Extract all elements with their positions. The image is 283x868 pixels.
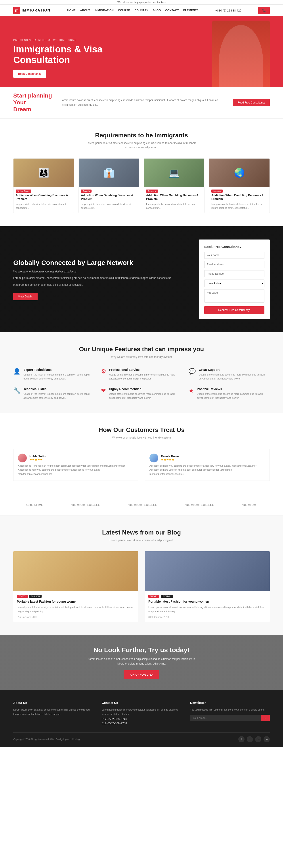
blog-grid: TRAVELFASHION Portable latest Fashion fo… bbox=[13, 551, 270, 622]
feature-text: Usage of the Internet is becoming more c… bbox=[197, 392, 270, 400]
feature-title: Technical Skills bbox=[24, 387, 94, 391]
card-body: Addiction When Gambling Becomes A Proble… bbox=[13, 193, 74, 213]
feature-icon: ⚙ bbox=[101, 368, 106, 375]
partner-logo: premium labels bbox=[126, 503, 157, 507]
feature-icon: 👤 bbox=[13, 368, 20, 375]
form-email-input[interactable] bbox=[204, 261, 264, 268]
footer-newsletter-title: Newsletter bbox=[190, 701, 270, 705]
footer-grid: About Us Lorem ipsum dolor sit amet, con… bbox=[13, 701, 270, 726]
hero-cta-button[interactable]: Book Consultancy bbox=[13, 70, 46, 78]
blog-section: Latest News from our Blog Lorem ipsum do… bbox=[0, 516, 283, 636]
features-grid: 👤 Expert Technicians Usage of the Intern… bbox=[13, 368, 270, 400]
nav-link-home[interactable]: HOME bbox=[67, 9, 75, 12]
feature-title: Professional Service bbox=[109, 368, 182, 372]
social-icon-f[interactable]: f bbox=[238, 736, 245, 742]
partners-row: CREATIVEPremium Labelspremium labelsPREM… bbox=[13, 503, 270, 507]
card-badge: United States bbox=[16, 189, 31, 193]
testimonial-name: Fannie Rowe bbox=[161, 455, 179, 458]
card-image: 💻 bbox=[144, 159, 204, 187]
cta-content: No Look Further, Try us today! Lorem ips… bbox=[86, 646, 197, 679]
footer-subscribe-button[interactable]: → bbox=[261, 715, 270, 721]
form-submit-button[interactable]: Request Free Consultancy! bbox=[204, 306, 264, 314]
feature-item: 💬 Great Support Usage of the Internet is… bbox=[189, 368, 270, 381]
form-message-textarea[interactable] bbox=[204, 289, 264, 303]
testimonial-stars: ★★★★★ bbox=[161, 458, 179, 461]
feature-item: ★ Positive Reviews Usage of the Internet… bbox=[189, 387, 270, 400]
form-visa-select[interactable]: Select Visa Tourist Visa Student Visa Wo… bbox=[204, 280, 264, 287]
testimonial-avatar bbox=[18, 454, 27, 462]
feature-title: Great Support bbox=[199, 368, 270, 372]
blog-post-date: 31st January, 2018 bbox=[17, 616, 135, 618]
network-title: Globally Connected by Large Network bbox=[13, 258, 190, 267]
blog-image bbox=[13, 551, 138, 591]
card-image: 👔 bbox=[79, 159, 139, 187]
nav-link-immigration[interactable]: IMMIGRATION bbox=[95, 9, 114, 12]
hero-title: Immigrations & Visa Consultation bbox=[13, 44, 106, 65]
cta-button[interactable]: APPLY FOR VISA bbox=[124, 670, 160, 679]
planning-cta-button[interactable]: Read Free Consultancy bbox=[233, 99, 270, 106]
header-phone-button[interactable]: 📞 bbox=[258, 7, 270, 14]
footer-email-input[interactable] bbox=[190, 715, 261, 721]
nav-link-blog[interactable]: BLOG bbox=[153, 9, 161, 12]
footer-about-text: Lorem ipsum dolor sit amet, consectetur … bbox=[13, 708, 93, 716]
nav-link-course[interactable]: COURSE bbox=[118, 9, 130, 12]
nav-link-contact[interactable]: CONTACT bbox=[165, 9, 179, 12]
nav-link-country[interactable]: COUNTRY bbox=[134, 9, 148, 12]
requirements-cards: 👨‍👩‍👧 United States Addiction When Gambl… bbox=[13, 158, 270, 213]
feature-text: Usage of the Internet is becoming more c… bbox=[109, 392, 182, 400]
requirements-title: Requirements to be Immigrants bbox=[13, 132, 270, 139]
network-text1: Lorem ipsum dolor sit amet, consectetur … bbox=[13, 276, 190, 281]
features-title: Our Unique Features that can impress you bbox=[13, 346, 270, 353]
planning-tagline: Start planningYourDream bbox=[13, 92, 52, 113]
blog-image bbox=[145, 551, 270, 591]
requirement-card: 🌏 Australia Addiction When Gambling Beco… bbox=[209, 158, 270, 213]
form-phone-input[interactable] bbox=[204, 270, 264, 277]
partners-section: CREATIVEPremium Labelspremium labelsPREM… bbox=[0, 494, 283, 516]
card-person: 👨‍👩‍👧 bbox=[13, 159, 74, 187]
blog-card: TRAVELFASHION Portable latest Fashion fo… bbox=[145, 551, 270, 622]
feature-icon: ❤ bbox=[101, 387, 106, 394]
form-name-input[interactable] bbox=[204, 252, 264, 259]
requirement-card: 👨‍👩‍👧 United States Addiction When Gambl… bbox=[13, 158, 74, 213]
footer-social: ftg+in bbox=[238, 736, 270, 742]
card-image: 👨‍👩‍👧 bbox=[13, 159, 74, 187]
planning-start: Start bbox=[13, 92, 28, 99]
hero-content: PROCESS VISA WITHOUT WITHIN HOURS Immigr… bbox=[13, 39, 106, 78]
social-icon-gplus[interactable]: g+ bbox=[255, 736, 261, 742]
card-text: Inappropriate behavior dolor dola dolo s… bbox=[81, 203, 137, 210]
network-details-button[interactable]: View Details bbox=[13, 293, 38, 300]
testimonial-info: Fannie Rowe ★★★★★ bbox=[161, 455, 179, 461]
footer-newsletter-text: Yes you must do this, you only can send … bbox=[190, 708, 270, 712]
footer: About Us Lorem ipsum dolor sit amet, con… bbox=[0, 690, 283, 747]
testimonial-avatar bbox=[150, 454, 158, 462]
consultancy-form: Book Free Consultancy! Select Visa Touri… bbox=[199, 240, 270, 319]
testimonial-header: Hulda Sutton ★★★★★ bbox=[18, 454, 133, 462]
card-text: Inappropriate behavior dolor dola dolo s… bbox=[146, 203, 202, 210]
footer-phone2: 012-6532-569-9748 bbox=[102, 722, 181, 725]
network-section: Globally Connected by Large Network We a… bbox=[0, 226, 283, 332]
nav-link-elements[interactable]: ELEMENTS bbox=[183, 9, 198, 12]
feature-title: Expert Technicians bbox=[24, 368, 94, 372]
footer-copyright: Copyright 2018-All right reserved. Web D… bbox=[13, 738, 81, 741]
partner-logo: PREMIUM bbox=[241, 503, 257, 507]
card-text: Inappropriate behavior dolor dola dolo s… bbox=[16, 203, 72, 210]
testimonials-subtitle: Who we enormously love with you friendly… bbox=[86, 436, 197, 440]
blog-subtitle: Lorem ipsum dolor sit amet consectetur a… bbox=[86, 538, 197, 542]
social-icon-t[interactable]: t bbox=[247, 736, 253, 742]
hero-section: PROCESS VISA WITHOUT WITHIN HOURS Immigr… bbox=[0, 16, 283, 87]
testimonial-text: Accessories Here you can find the best c… bbox=[150, 464, 265, 476]
feature-text: Usage of the Internet is becoming more c… bbox=[199, 373, 270, 381]
testimonials-title: How Our Customers Treat Us bbox=[13, 426, 270, 433]
blog-tag: TRAVEL bbox=[148, 595, 159, 598]
feature-icon: 🔧 bbox=[13, 387, 20, 394]
nav-link-about[interactable]: ABOUT bbox=[80, 9, 90, 12]
testimonial-info: Hulda Sutton ★★★★★ bbox=[29, 455, 47, 461]
blog-body: TRAVELFASHION Portable latest Fashion fo… bbox=[145, 591, 270, 622]
feature-content: Positive Reviews Usage of the Internet i… bbox=[197, 387, 270, 400]
header-phone: +880 (2) 12 838 429 bbox=[215, 9, 241, 12]
features-subtitle: Why we are extremely love with eco frien… bbox=[86, 355, 197, 359]
social-icon-in[interactable]: in bbox=[263, 736, 270, 742]
feature-content: Professional Service Usage of the Intern… bbox=[109, 368, 182, 381]
feature-item: 🔧 Technical Skills Usage of the Internet… bbox=[13, 387, 94, 400]
top-bar-text: We believe we helps people for happier l… bbox=[117, 1, 165, 4]
